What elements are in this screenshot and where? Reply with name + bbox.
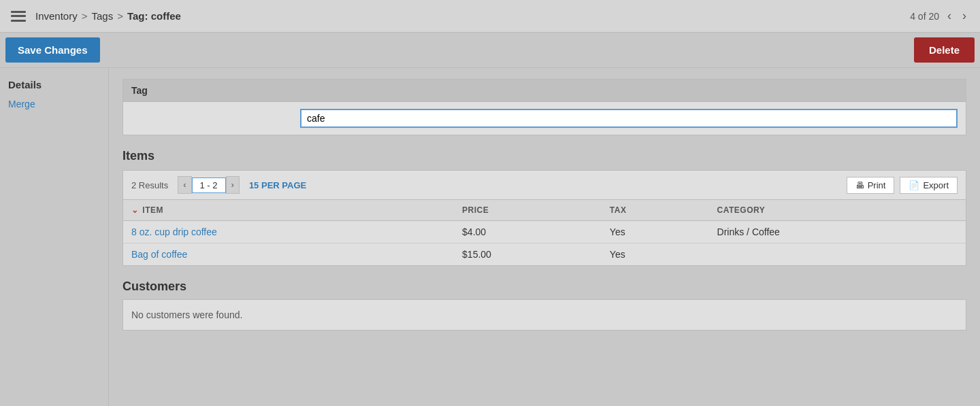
- items-actions: 🖶 Print 📄 Export: [847, 177, 958, 194]
- page-prev-button[interactable]: ‹: [178, 176, 191, 194]
- export-icon: 📄: [909, 180, 919, 190]
- items-tbody: 8 oz. cup drip coffee $4.00 Yes Drinks /…: [123, 221, 966, 266]
- item-price-cell: $15.00: [454, 243, 602, 266]
- sort-indicator: ⌄: [131, 205, 139, 215]
- item-price-cell: $4.00: [454, 221, 602, 243]
- breadcrumb-inventory[interactable]: Inventory: [35, 10, 78, 22]
- table-header-row: ⌄ ITEM PRICE TAX CATEGORY: [123, 200, 966, 221]
- table-row: Bag of coffee $15.00 Yes: [123, 243, 966, 266]
- pagination-prev-button[interactable]: ‹: [945, 7, 954, 24]
- per-page-label[interactable]: 15 PER PAGE: [249, 180, 306, 190]
- breadcrumb: Inventory > Tags > Tag: coffee: [11, 10, 181, 22]
- content-area: Tag Items 2 Results ‹ 1 - 2 ›: [109, 68, 980, 406]
- col-header-tax[interactable]: TAX: [602, 200, 709, 221]
- item-tax-cell: Yes: [602, 243, 709, 266]
- page-nav: ‹ 1 - 2 ›: [178, 176, 240, 194]
- item-category-cell: [709, 243, 966, 266]
- tag-section-body: [123, 102, 966, 135]
- results-count: 2 Results: [131, 180, 168, 190]
- tag-input-row: [131, 109, 958, 128]
- export-button[interactable]: 📄 Export: [900, 177, 958, 194]
- item-link[interactable]: Bag of coffee: [131, 249, 187, 260]
- no-customers-message: No customers were found.: [131, 309, 958, 320]
- sidebar: Details Merge: [0, 68, 109, 406]
- breadcrumb-sep2: >: [117, 10, 123, 22]
- print-button[interactable]: 🖶 Print: [847, 177, 895, 194]
- col-header-category[interactable]: CATEGORY: [709, 200, 966, 221]
- sidebar-title: Details: [8, 79, 100, 90]
- breadcrumb-sep1: >: [82, 10, 88, 22]
- items-table: ⌄ ITEM PRICE TAX CATEGORY 8 oz. cup drip…: [123, 200, 966, 265]
- customers-title: Customers: [122, 280, 966, 300]
- pagination-label: 4 of 20: [910, 11, 939, 22]
- page-next-button[interactable]: ›: [226, 176, 240, 194]
- print-icon: 🖶: [855, 180, 864, 190]
- tag-section-header: Tag: [123, 80, 966, 102]
- customers-section: Customers No customers were found.: [122, 280, 966, 331]
- items-title: Items: [122, 149, 966, 163]
- toolbar: Save Changes Delete: [0, 33, 980, 68]
- tag-section: Tag: [122, 79, 966, 135]
- tag-input[interactable]: [300, 109, 958, 128]
- pagination-next-button[interactable]: ›: [960, 7, 969, 24]
- breadcrumb-current: Tag: coffee: [127, 10, 181, 22]
- delete-button[interactable]: Delete: [914, 37, 975, 63]
- breadcrumb-tags[interactable]: Tags: [91, 10, 113, 22]
- item-name-cell: 8 oz. cup drip coffee: [123, 221, 454, 243]
- item-link[interactable]: 8 oz. cup drip coffee: [131, 226, 217, 237]
- items-toolbar: 2 Results ‹ 1 - 2 › 15 PER PAGE 🖶 Print: [123, 171, 966, 200]
- page-range: 1 - 2: [192, 177, 226, 193]
- sidebar-item-merge[interactable]: Merge: [8, 97, 100, 111]
- pagination-nav: 4 of 20 ‹ ›: [910, 7, 969, 24]
- item-category-cell: Drinks / Coffee: [709, 221, 966, 243]
- menu-icon: [11, 11, 26, 22]
- save-changes-button[interactable]: Save Changes: [5, 37, 100, 63]
- top-nav: Inventory > Tags > Tag: coffee 4 of 20 ‹…: [0, 0, 980, 33]
- item-tax-cell: Yes: [602, 221, 709, 243]
- table-row: 8 oz. cup drip coffee $4.00 Yes Drinks /…: [123, 221, 966, 243]
- items-card: 2 Results ‹ 1 - 2 › 15 PER PAGE 🖶 Print: [122, 170, 966, 266]
- customers-card: No customers were found.: [122, 300, 966, 331]
- item-name-cell: Bag of coffee: [123, 243, 454, 266]
- col-header-item[interactable]: ⌄ ITEM: [123, 200, 454, 221]
- col-header-price[interactable]: PRICE: [454, 200, 602, 221]
- items-section: Items 2 Results ‹ 1 - 2 › 15 PER PAGE 🖶 …: [122, 149, 966, 266]
- main-layout: Details Merge Tag Items 2 Results ‹: [0, 68, 980, 406]
